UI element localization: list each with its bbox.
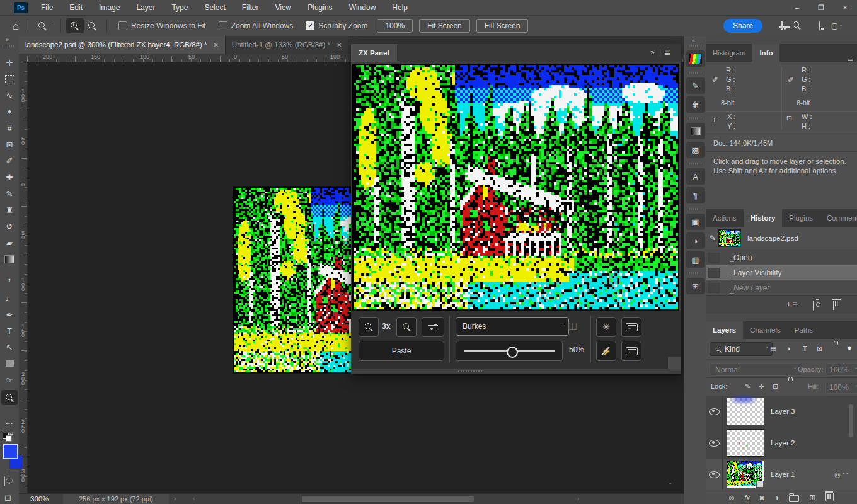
path-selection-tool[interactable]: ↖ [1,340,18,355]
panel-menu-icon[interactable]: ≣ [664,48,670,57]
frame-tool[interactable]: ⊠ [1,137,18,152]
marquee-tool[interactable] [1,71,18,86]
history-state-checkbox[interactable] [708,253,720,263]
delete-state-trash-icon[interactable] [833,301,834,309]
restore-button[interactable]: ❐ [809,4,833,12]
layer-row-layer-1[interactable]: Layer 1◎ ˆ ˇ [706,459,857,491]
zoom-in-button[interactable]: + [66,18,84,33]
zoom-all-windows-checkbox[interactable]: Zoom All Windows [219,21,294,30]
history-step[interactable]: Open [706,250,857,265]
layer-mask-icon[interactable]: ◙ [760,493,764,502]
styles-panel[interactable]: ▥ [686,251,705,268]
scroll-down-icon[interactable]: ˇ [669,483,671,490]
panel-collapse-icon[interactable]: » [650,48,655,57]
bell-icon[interactable] [781,21,783,30]
workspace-icon[interactable]: ▢ ˇ [831,21,842,30]
zx-settings-button[interactable] [422,317,444,337]
blur-tool[interactable]: ❜ [1,274,18,289]
layer-thumbnail[interactable] [727,429,764,457]
history-step[interactable]: Layer Visibility [706,265,857,280]
layer-group-icon[interactable] [789,493,799,502]
quick-mask-icon[interactable] [4,477,5,486]
kind-filter-dropdown[interactable]: Kind ˇ [710,342,773,356]
fill-screen-button[interactable]: Fill Screen [476,19,529,33]
layer-thumbnail[interactable] [727,461,764,488]
filter-adjustment-icon[interactable]: ◑ [786,344,791,353]
menu-type[interactable]: Type [163,1,196,15]
libraries-panel[interactable]: ▣ [686,214,705,230]
healing-brush-tool[interactable]: ✚ [1,169,18,185]
fit-screen-button[interactable]: Fit Screen [419,19,470,33]
filter-image-icon[interactable]: ▤ [770,344,776,353]
menu-plugins[interactable]: Plugins [299,1,340,15]
menu-view[interactable]: View [267,1,299,15]
toolbar-ellipsis[interactable]: ••• [1,415,18,430]
menu-file[interactable]: File [33,1,61,15]
scroll-left-icon[interactable]: ‹ [193,495,195,502]
gradients-panel[interactable] [686,123,705,139]
zx-export-down-button[interactable]: ˇ [621,317,641,337]
zx-panel-tab[interactable]: ZX Panel [351,44,397,62]
gradient-tool[interactable] [1,251,18,266]
brush-settings-panel[interactable]: ✎ [686,77,705,94]
eye-icon[interactable] [709,440,720,447]
history-brush-tool[interactable]: ↺ [1,219,18,234]
menu-edit[interactable]: Edit [61,1,91,15]
collapse-down-icon[interactable]: ˇ [846,472,848,478]
layer-visibility-well[interactable] [706,396,723,427]
ruler-vertical[interactable]: 1 0 05 005 01 0 01 5 02 0 02 5 03 0 0 [19,62,28,493]
menu-help[interactable]: Help [384,1,416,15]
tab-comment[interactable]: Comment [820,209,857,227]
color-panel[interactable] [686,50,705,67]
crop-tool[interactable]: # [1,120,18,135]
menu-layer[interactable]: Layer [128,1,163,15]
tab-history[interactable]: History [744,209,783,227]
close-button[interactable]: ✕ [833,4,857,12]
lock-pixels-icon[interactable]: ✎ [745,382,751,391]
toolbar-grip[interactable] [4,45,15,47]
status-next-icon[interactable]: › [174,495,176,502]
layer-visibility-well[interactable] [706,427,723,459]
blend-mode-dropdown[interactable]: Normal ˇ [710,363,802,376]
grid-panel[interactable]: ⊞ [686,278,705,294]
history-snapshot-row[interactable]: ✎ landscape2.psd [706,227,857,249]
resize-windows-checkbox[interactable]: Resize Windows to Fit [118,21,206,30]
zx-flash-off-button[interactable]: ⚡ [596,341,616,361]
zx-paste-button[interactable]: Paste [359,341,444,361]
tab-info[interactable]: Info [752,44,779,62]
status-zoom-level[interactable]: 300% [30,495,49,503]
swap-swatches-icon[interactable]: ⇄ [9,431,14,437]
history-state-checkbox[interactable] [708,283,720,293]
brush-tool[interactable]: ✎ [1,186,18,201]
scrubby-zoom-checkbox[interactable]: ✓Scrubby Zoom [306,21,367,30]
panel-drag-bar[interactable] [351,369,681,374]
zx-mix-slider[interactable] [456,341,563,361]
slider-knob[interactable] [507,346,518,358]
zx-preview-image[interactable] [352,64,679,311]
tab-paths[interactable]: Paths [788,321,820,339]
layer-style-fx-icon[interactable]: fx [744,494,750,501]
close-icon[interactable]: ✕ [336,42,342,49]
home-icon[interactable]: ⌂ [9,21,23,32]
zx-split-view-icon[interactable]: ◫ [568,319,577,331]
tab-channels[interactable]: Channels [743,321,788,339]
toolbar-expand-icon[interactable]: » [6,37,9,43]
zoom-out-button[interactable]: − [84,18,101,33]
discover-bulb-icon[interactable] [819,21,820,30]
hand-tool[interactable]: ☞ [1,372,18,387]
magic-wand-tool[interactable]: ✦ [1,104,18,119]
zx-panel-header[interactable]: ZX Panel » | ≣ [351,44,681,62]
character-panel[interactable]: A [686,168,705,185]
search-icon[interactable] [792,21,802,32]
link-layers-icon[interactable]: ∞ [729,493,735,502]
eyedropper-tool[interactable]: ✐ [1,153,18,168]
close-icon[interactable]: ✕ [213,42,218,49]
chevron-down-icon[interactable]: ˇ [51,23,53,29]
collapse-up-icon[interactable]: ˆ [843,472,844,478]
eye-icon[interactable] [709,408,720,415]
pen-tool[interactable]: ✒ [1,307,18,322]
lock-position-icon[interactable]: ✛ [759,382,764,391]
move-tool[interactable]: ✛ [1,55,18,70]
filter-shape-icon[interactable]: ⊠ [817,344,822,353]
delete-layer-icon[interactable] [825,493,834,501]
